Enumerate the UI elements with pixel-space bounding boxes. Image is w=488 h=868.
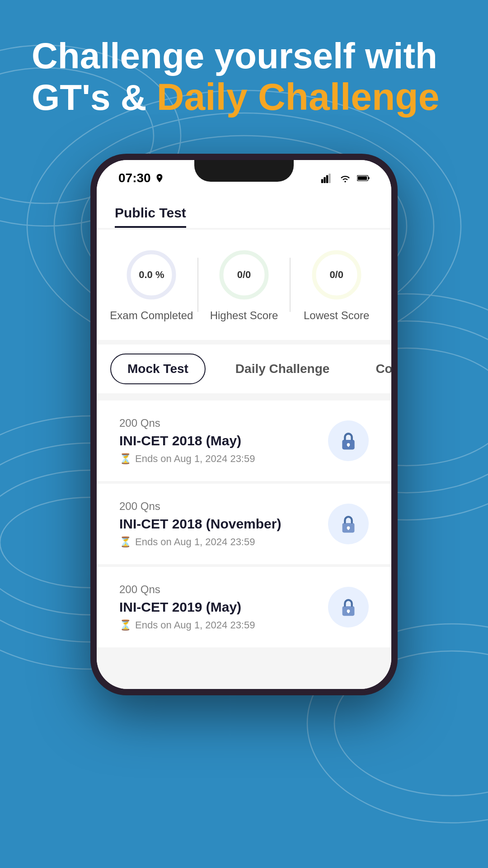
- background: Challenge yourself with GT's & Daily Cha…: [0, 0, 488, 868]
- svg-rect-22: [358, 176, 367, 180]
- wifi-icon: [339, 173, 352, 183]
- tab-mock-test[interactable]: Mock Test: [110, 354, 206, 384]
- app-content: Public Test 0.0 %: [97, 192, 391, 689]
- lock-icon-1: [338, 430, 359, 451]
- lock-button-2[interactable]: [328, 504, 369, 544]
- stat-exam-completed: 0.0 % Exam Completed: [106, 248, 197, 322]
- test-deadline-3: ⏳ Ends on Aug 1, 2024 23:59: [119, 619, 328, 631]
- phone-notch: [194, 160, 294, 182]
- location-icon: [155, 173, 164, 183]
- svg-rect-32: [348, 445, 349, 447]
- svg-rect-38: [348, 611, 349, 613]
- test-info-1: 200 Qns INI-CET 2018 (May) ⏳ Ends on Aug…: [119, 417, 328, 465]
- test-name-2: INI-CET 2018 (November): [119, 516, 328, 532]
- hourglass-icon-2: ⏳: [119, 536, 131, 548]
- hourglass-icon-3: ⏳: [119, 619, 131, 631]
- tab-public-test[interactable]: Public Test: [115, 205, 186, 228]
- tab-daily-challenge[interactable]: Daily Challenge: [219, 354, 346, 383]
- stat-highest-score: 0/0 Highest Score: [198, 248, 290, 322]
- svg-rect-21: [368, 177, 369, 179]
- test-item[interactable]: 200 Qns INI-CET 2018 (November) ⏳ Ends o…: [97, 484, 391, 564]
- svg-rect-35: [348, 528, 349, 530]
- phone-inner-frame: 07:30: [97, 160, 391, 689]
- test-info-3: 200 Qns INI-CET 2019 (May) ⏳ Ends on Aug…: [119, 583, 328, 631]
- highest-score-circle: 0/0: [217, 248, 271, 302]
- hero-section: Challenge yourself with GT's & Daily Cha…: [0, 0, 488, 145]
- battery-icon: [357, 173, 370, 183]
- lock-icon-2: [338, 514, 359, 534]
- tab-bar: Public Test: [97, 192, 391, 228]
- test-info-2: 200 Qns INI-CET 2018 (November) ⏳ Ends o…: [119, 500, 328, 548]
- test-deadline-2: ⏳ Ends on Aug 1, 2024 23:59: [119, 536, 328, 548]
- test-item[interactable]: 200 Qns INI-CET 2019 (May) ⏳ Ends on Aug…: [97, 567, 391, 647]
- hero-line1: Challenge yourself with: [32, 36, 456, 76]
- status-icons: [321, 173, 370, 183]
- tab-coming-soon[interactable]: Coiming So...: [359, 354, 391, 383]
- test-list: 200 Qns INI-CET 2018 (May) ⏳ Ends on Aug…: [97, 393, 391, 655]
- exam-completed-circle: 0.0 %: [124, 248, 178, 302]
- hero-highlight: Daily Challenge: [157, 75, 440, 118]
- phone-outer-frame: 07:30: [90, 154, 398, 695]
- hero-line2: GT's & Daily Challenge: [32, 76, 456, 118]
- hourglass-icon-1: ⏳: [119, 453, 131, 465]
- svg-rect-18: [326, 175, 328, 184]
- test-name-3: INI-CET 2019 (May): [119, 599, 328, 615]
- lowest-score-value: 0/0: [329, 269, 343, 281]
- phone-mockup: 07:30: [0, 154, 488, 695]
- svg-rect-16: [321, 179, 323, 184]
- lock-button-3[interactable]: [328, 587, 369, 627]
- category-tabs: Mock Test Daily Challenge Coiming So...: [97, 344, 391, 393]
- test-deadline-1: ⏳ Ends on Aug 1, 2024 23:59: [119, 453, 328, 465]
- test-qns-2: 200 Qns: [119, 500, 328, 513]
- test-item[interactable]: 200 Qns INI-CET 2018 (May) ⏳ Ends on Aug…: [97, 401, 391, 481]
- stat-lowest-score: 0/0 Lowest Score: [291, 248, 382, 322]
- highest-score-value: 0/0: [237, 269, 251, 281]
- lowest-score-label: Lowest Score: [304, 309, 369, 322]
- svg-rect-19: [328, 174, 330, 183]
- stats-section: 0.0 % Exam Completed: [97, 230, 391, 340]
- test-qns-3: 200 Qns: [119, 583, 328, 596]
- test-name-1: INI-CET 2018 (May): [119, 433, 328, 448]
- lock-button-1[interactable]: [328, 420, 369, 461]
- signal-icon: [321, 173, 333, 183]
- status-time: 07:30: [118, 171, 164, 185]
- highest-score-label: Highest Score: [210, 309, 278, 322]
- lock-icon-3: [338, 597, 359, 618]
- exam-completed-value: 0.0 %: [139, 269, 164, 281]
- exam-completed-label: Exam Completed: [110, 309, 193, 322]
- lowest-score-circle: 0/0: [310, 248, 364, 302]
- test-qns-1: 200 Qns: [119, 417, 328, 429]
- svg-rect-17: [324, 177, 325, 183]
